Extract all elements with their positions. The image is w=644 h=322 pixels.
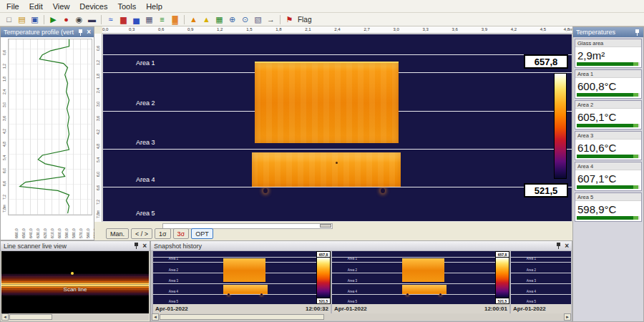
area-boundary-line [511,283,571,284]
export-icon[interactable]: → [265,14,277,25]
scale-min-value: 521,5 [316,298,331,304]
menu-item-edit[interactable]: Edit [24,1,48,11]
glass-sheet-2 [402,285,447,294]
line-scanner-scrollbar[interactable]: ◄ [1,313,149,321]
pin-icon[interactable] [555,242,562,250]
reading-value: 600,8°C [575,78,641,94]
sigma1-button[interactable]: 1σ [155,228,171,239]
axis-label: 600,0 [57,228,62,238]
menu-item-view[interactable]: View [48,1,75,11]
reading-card: Area 3610,6°C [575,131,642,160]
panel-buttons [634,29,640,36]
ruler-tick: 1,2 [217,27,223,31]
area-label: Area 4 [348,290,357,293]
scrollbar-thumb[interactable] [9,314,52,320]
marker-dot [381,188,385,193]
snapshot-thermal: Area 1Area 2Area 3Area 4Area 5657,8521,5 [153,251,331,304]
snapshot-item[interactable]: Area 1Area 2Area 3Area 4Area 5Apr-01-202… [511,251,571,313]
camera-icon[interactable]: ◉ [73,14,85,25]
gear-icon[interactable]: ⊕ [226,14,238,25]
start-acquisition-icon[interactable]: ▶ [47,14,59,25]
opt-button[interactable]: OPT [191,228,213,239]
ruler-tick: 4,8 [2,142,6,147]
save-icon[interactable]: ▣ [29,14,41,25]
scroll-right-arrow[interactable]: ► [564,313,571,321]
thermal-canvas[interactable]: 657,8 521,5 Area 1Area 2Area 3Area 4Area… [102,34,572,222]
snapshot-item[interactable]: Area 1Area 2Area 3Area 4Area 5657,8521,5… [153,251,331,313]
line-scanner-image[interactable]: Scan line [1,251,149,313]
temperatures-titlebar: Temperatures [573,27,643,37]
sigma3-button[interactable]: 3σ [173,228,190,239]
axis-label: 630,0 [36,228,40,238]
alarm-orange-icon[interactable]: ▲ [187,14,200,25]
area-boundary-line [511,262,571,263]
ruler-tick: 0,6 [2,50,6,55]
scroll-left-arrow[interactable]: ◄ [1,313,9,321]
reading-card: Area 5598,9°C [575,192,642,222]
snapshot-date: Apr-01-2022 [513,306,546,312]
close-icon[interactable]: × [565,243,569,250]
glass-sheet-1 [255,62,399,143]
reading-bar [577,155,640,158]
snapshot-item[interactable]: Area 1Area 2Area 3Area 4Area 5657,8521,5… [332,251,509,313]
panel-buttons: × [555,242,569,250]
close-icon[interactable]: × [87,29,91,36]
ruler-tick: 6,6 [96,185,100,190]
menu-item-tools[interactable]: Tools [112,1,141,11]
prev-next-button[interactable]: < / > [131,228,152,239]
toolbar: □▤▣▶●◉▬≈▆▅▦≡▓▲▲▦⊕⊙▧→⚑Flag [0,13,644,26]
scroll-left-arrow[interactable]: ◄ [152,313,159,321]
controls-button-row: Man. < / > 1σ 3σ OPT [106,228,213,239]
menu-item-devices[interactable]: Devices [74,1,112,11]
ruler-tick: 3,9 [482,27,487,31]
snapshot-scale: 657,8521,5 [316,251,331,304]
scan-line-label: Scan line [64,286,87,293]
scale-min-value: 521,5 [524,183,568,197]
axis-label: 560,0 [86,228,90,238]
reading-bar-tip [633,185,638,189]
alarm-yellow-icon[interactable]: ▲ [200,14,213,25]
area-label: Area 4 [136,176,155,183]
pin-icon[interactable] [133,242,140,250]
menu-item-file[interactable]: File [1,1,24,11]
reading-label: Glass area [575,39,641,47]
reading-bar-fill [577,62,633,66]
reading-bar [577,185,640,189]
ruler-tick: 2,4 [334,27,340,31]
pin-icon[interactable] [634,29,640,36]
data-table-icon[interactable]: ▦ [143,14,155,25]
palette-icon[interactable]: ▓ [169,14,181,25]
scrollbar-thumb[interactable] [160,314,324,320]
snapshot-scrollbar[interactable]: ◄ ► [152,313,571,321]
record-icon[interactable]: ● [60,14,72,25]
reading-bar [577,62,640,66]
slider-thumb[interactable] [320,224,331,228]
pin-icon[interactable] [77,29,84,36]
histogram-red-icon[interactable]: ▆ [117,14,130,25]
snapshot-scale: 657,8521,5 [495,251,509,304]
flag-icon[interactable]: ⚑ [283,14,296,25]
reading-value: 2,9m² [575,47,641,63]
axis-label: 580,0 [72,228,76,238]
profile-curve-icon[interactable]: ≡ [156,14,168,25]
profile-chart[interactable] [8,39,92,215]
layout-icon[interactable]: ▧ [252,14,264,25]
zones-grid-icon[interactable]: ▦ [213,14,225,25]
line-chart-icon[interactable]: ≈ [104,14,117,25]
manual-button[interactable]: Man. [106,228,129,239]
monitor-icon[interactable]: ▬ [86,14,98,25]
histogram-blue-icon[interactable]: ▅ [130,14,142,25]
open-folder-icon[interactable]: ▤ [16,14,28,25]
settings-icon[interactable]: ⊙ [239,14,251,25]
ruler-tick: 4,2 [2,129,6,134]
snapshot-timestamp: Apr-01-2022 [511,304,571,313]
menu-item-help[interactable]: Help [141,1,167,11]
close-icon[interactable]: × [142,243,147,250]
ruler-tick: 3,0 [2,102,6,107]
temperature-trace [9,39,92,215]
reading-card: Area 2605,1°C [575,100,642,130]
toolbar-separator [184,15,185,24]
snapshot-view: Area 1Area 2Area 3Area 4Area 5 [511,251,571,304]
new-file-icon[interactable]: □ [3,14,15,25]
ruler-tick: 3,0 [393,27,399,31]
